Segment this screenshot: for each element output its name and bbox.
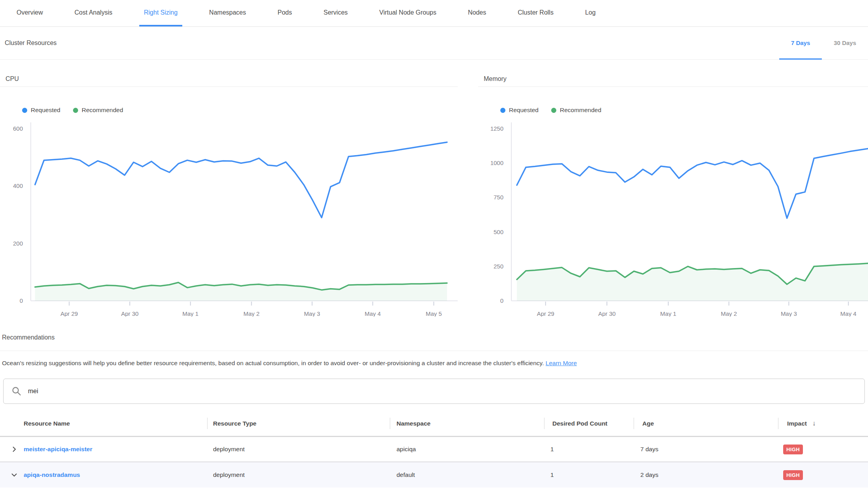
desired-pod-count-cell: 1: [544, 446, 634, 453]
search-box: [3, 379, 865, 404]
table-header-row: Resource Name Resource Type Namespace De…: [0, 411, 868, 437]
requested-dot-icon: [22, 108, 27, 113]
search-icon: [11, 386, 22, 396]
memory-chart-legend: Requested Recommended: [500, 107, 868, 114]
charts-row: CPU Requested Recommended 6004002000Apr …: [0, 75, 868, 317]
y-tick-label: 1250: [490, 125, 503, 132]
namespace-cell: default: [390, 471, 544, 478]
resource-type-cell: deployment: [207, 471, 390, 478]
x-tick-label: May 3: [304, 310, 320, 317]
x-tick-label: May 3: [781, 310, 797, 317]
x-tick-label: May 2: [243, 310, 260, 317]
x-tick-label: May 1: [182, 310, 198, 317]
column-header-impact[interactable]: Impact ↓: [778, 411, 868, 436]
recommendations-title: Recommendations: [0, 334, 868, 351]
collapse-row-icon[interactable]: [11, 472, 17, 478]
y-tick-label: 500: [494, 229, 503, 235]
y-tick-label: 0: [500, 297, 503, 304]
resource-name-link[interactable]: apiqa-nostradamus: [24, 471, 80, 478]
tab-log[interactable]: Log: [580, 0, 600, 26]
range-30-days[interactable]: 30 Days: [822, 27, 868, 60]
impact-header-label: Impact: [787, 420, 807, 427]
x-tick-label: May 1: [660, 310, 676, 317]
sort-descending-icon[interactable]: ↓: [812, 420, 816, 428]
requested-line: [517, 149, 868, 218]
column-header-age[interactable]: Age: [634, 411, 778, 436]
table-row[interactable]: apiqa-nostradamus deployment default 1 2…: [0, 462, 868, 488]
tab-services[interactable]: Services: [319, 0, 352, 26]
cluster-resources-header: Cluster Resources 7 Days 30 Days: [0, 27, 868, 60]
table-body: meister-apiciqa-meister deployment apici…: [0, 437, 868, 488]
search-input[interactable]: [27, 387, 857, 395]
tab-overview[interactable]: Overview: [12, 0, 48, 26]
section-title: Cluster Resources: [5, 39, 57, 47]
y-tick-label: 400: [13, 182, 23, 189]
x-tick-label: May 4: [840, 310, 857, 317]
legend-recommended: Recommended: [551, 107, 601, 114]
desired-pod-count-cell: 1: [544, 471, 634, 478]
x-tick-label: Apr 29: [60, 310, 78, 317]
legend-recommended: Recommended: [73, 107, 123, 114]
memory-chart-title: Memory: [478, 75, 868, 87]
memory-chart-panel: Memory Requested Recommended 12501000750…: [478, 75, 868, 317]
x-tick-label: Apr 30: [121, 310, 138, 317]
tab-cluster-rolls[interactable]: Cluster Rolls: [513, 0, 558, 26]
column-header-resource-type[interactable]: Resource Type: [207, 411, 390, 436]
x-tick-label: Apr 29: [537, 310, 554, 317]
expand-row-icon[interactable]: [11, 446, 17, 452]
description-text: Ocean's resizing suggestions will help y…: [2, 360, 544, 366]
tab-nodes[interactable]: Nodes: [463, 0, 491, 26]
recommended-dot-icon: [551, 108, 556, 113]
legend-recommended-label: Recommended: [560, 107, 601, 114]
cpu-chart: 6004002000Apr 29Apr 30May 1May 2May 3May…: [0, 119, 458, 317]
recommended-dot-icon: [73, 108, 78, 113]
age-cell: 7 days: [634, 446, 778, 453]
recommendations-description: Ocean's resizing suggestions will help y…: [2, 360, 868, 367]
requested-dot-icon: [500, 108, 505, 113]
recommendations-table: Resource Name Resource Type Namespace De…: [0, 411, 868, 488]
x-tick-label: May 5: [426, 310, 442, 317]
requested-line: [35, 142, 447, 218]
namespace-cell: apiciqa: [390, 446, 544, 453]
legend-requested-label: Requested: [31, 107, 60, 114]
range-7-days[interactable]: 7 Days: [779, 27, 822, 60]
tab-pods[interactable]: Pods: [273, 0, 296, 26]
y-tick-label: 200: [13, 240, 23, 247]
y-tick-label: 750: [494, 194, 503, 201]
tab-cost-analysis[interactable]: Cost Analysis: [70, 0, 117, 26]
tab-virtual-node-groups[interactable]: Virtual Node Groups: [374, 0, 441, 26]
cpu-chart-panel: CPU Requested Recommended 6004002000Apr …: [0, 75, 458, 317]
memory-chart: 125010007505002500Apr 29Apr 30May 1May 2…: [478, 119, 868, 317]
impact-badge: HIGH: [783, 445, 803, 454]
y-tick-label: 1000: [490, 159, 503, 166]
resource-name-link[interactable]: meister-apiciqa-meister: [24, 446, 92, 453]
tab-right-sizing[interactable]: Right Sizing: [139, 0, 182, 26]
main-tab-bar: OverviewCost AnalysisRight SizingNamespa…: [0, 0, 868, 27]
column-header-resource-name[interactable]: Resource Name: [0, 411, 207, 436]
y-tick-label: 250: [494, 263, 503, 270]
column-header-namespace[interactable]: Namespace: [390, 411, 544, 436]
legend-requested: Requested: [500, 107, 539, 114]
table-row[interactable]: meister-apiciqa-meister deployment apici…: [0, 437, 868, 462]
y-tick-label: 600: [13, 125, 23, 132]
legend-recommended-label: Recommended: [82, 107, 123, 114]
age-cell: 2 days: [634, 471, 778, 478]
column-header-desired-pod-count[interactable]: Desired Pod Count: [544, 411, 634, 436]
x-tick-label: May 2: [721, 310, 737, 317]
cpu-chart-title: CPU: [0, 75, 458, 87]
learn-more-link[interactable]: Learn More: [546, 360, 577, 366]
recommended-area: [517, 263, 868, 301]
legend-requested-label: Requested: [509, 107, 539, 114]
x-tick-label: Apr 30: [598, 310, 615, 317]
cpu-chart-legend: Requested Recommended: [22, 107, 458, 114]
impact-badge: HIGH: [783, 470, 803, 480]
legend-requested: Requested: [22, 107, 60, 114]
tab-namespaces[interactable]: Namespaces: [204, 0, 251, 26]
resource-type-cell: deployment: [207, 446, 390, 453]
y-tick-label: 0: [20, 297, 23, 304]
x-tick-label: May 4: [365, 310, 381, 317]
time-range-toggle: 7 Days 30 Days: [779, 27, 868, 59]
